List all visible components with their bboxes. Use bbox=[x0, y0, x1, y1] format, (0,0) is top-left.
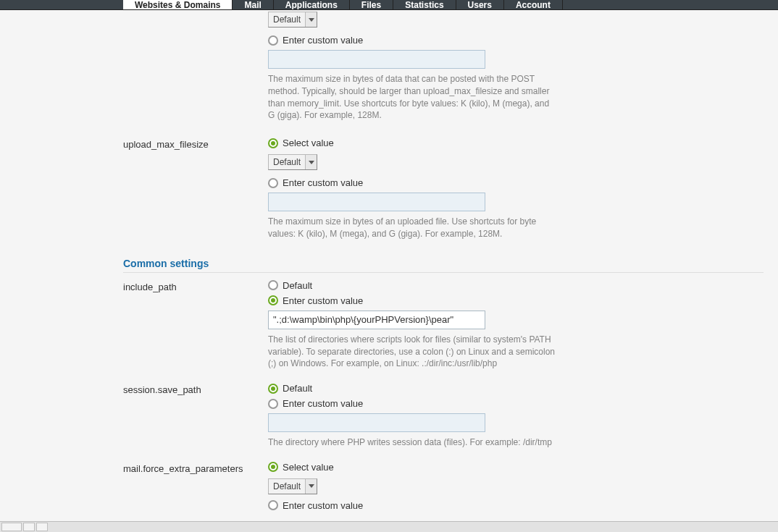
top-tabs: Websites & Domains Mail Applications Fil… bbox=[0, 0, 778, 10]
section-common-settings: Common settings bbox=[123, 250, 764, 273]
field-label: upload_max_filesize bbox=[123, 138, 268, 240]
statusbar-chip[interactable] bbox=[23, 523, 35, 531]
include-path-custom-radio[interactable] bbox=[268, 295, 278, 305]
post-max-size-custom-radio[interactable] bbox=[268, 35, 278, 46]
include-path-input[interactable] bbox=[268, 311, 485, 329]
upload-max-filesize-select[interactable]: Default bbox=[268, 154, 317, 170]
session-save-path-custom-radio[interactable] bbox=[268, 399, 278, 409]
post-max-size-select[interactable]: Default bbox=[268, 12, 317, 28]
field-label: include_path bbox=[123, 280, 268, 370]
field-label: mail.force_extra_parameters bbox=[123, 462, 268, 515]
tab-mail[interactable]: Mail bbox=[233, 0, 273, 9]
option-label: Enter custom value bbox=[283, 295, 363, 306]
session-save-path-input[interactable] bbox=[268, 413, 485, 432]
upload-max-filesize-select-radio[interactable] bbox=[268, 138, 278, 148]
select-text: Default bbox=[269, 157, 305, 167]
mail-force-extra-custom-radio[interactable] bbox=[268, 500, 278, 510]
tab-account[interactable]: Account bbox=[504, 0, 563, 9]
option-label: Enter custom value bbox=[283, 35, 363, 46]
statusbar-chip[interactable] bbox=[1, 523, 22, 531]
status-bar bbox=[0, 521, 778, 532]
settings-form: Default Enter custom value The maximum s… bbox=[0, 10, 778, 521]
tab-users[interactable]: Users bbox=[456, 0, 504, 9]
post-max-size-custom-input[interactable] bbox=[268, 50, 485, 69]
option-label: Enter custom value bbox=[283, 398, 363, 409]
help-text: The maximum size in bytes of an uploaded… bbox=[268, 216, 558, 240]
session-save-path-default-radio[interactable] bbox=[268, 384, 278, 394]
mail-force-extra-select[interactable]: Default bbox=[268, 478, 317, 494]
mail-force-extra-select-radio[interactable] bbox=[268, 462, 278, 472]
option-label: Default bbox=[283, 280, 312, 291]
tab-websites-domains[interactable]: Websites & Domains bbox=[123, 0, 233, 9]
upload-max-filesize-custom-input[interactable] bbox=[268, 193, 485, 211]
option-label: Default bbox=[283, 383, 312, 394]
include-path-default-radio[interactable] bbox=[268, 280, 278, 290]
chevron-down-icon bbox=[305, 12, 317, 27]
option-label: Select value bbox=[283, 462, 334, 473]
tab-applications[interactable]: Applications bbox=[274, 0, 350, 9]
field-label bbox=[123, 10, 268, 122]
select-text: Default bbox=[269, 481, 305, 491]
tab-files[interactable]: Files bbox=[350, 0, 393, 9]
field-label: session.save_path bbox=[123, 383, 268, 449]
option-label: Select value bbox=[283, 138, 334, 148]
option-label: Enter custom value bbox=[283, 500, 363, 511]
chevron-down-icon bbox=[305, 479, 317, 494]
select-text: Default bbox=[269, 14, 305, 25]
option-label: Enter custom value bbox=[283, 177, 363, 188]
statusbar-chip[interactable] bbox=[36, 523, 48, 531]
tab-statistics[interactable]: Statistics bbox=[393, 0, 456, 9]
upload-max-filesize-custom-radio[interactable] bbox=[268, 178, 278, 188]
help-text: The directory where PHP writes session d… bbox=[268, 436, 558, 449]
chevron-down-icon bbox=[305, 155, 317, 169]
help-text: The maximum size in bytes of data that c… bbox=[268, 73, 558, 122]
help-text: The list of directories where scripts lo… bbox=[268, 334, 558, 370]
